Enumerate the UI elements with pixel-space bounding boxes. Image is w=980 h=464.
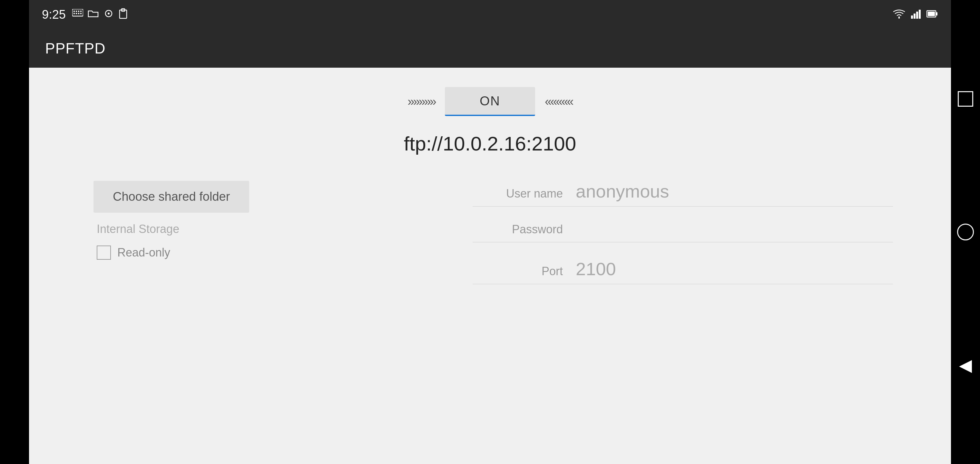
svg-rect-19 xyxy=(928,11,935,16)
signal-icon xyxy=(911,9,921,20)
arrows-left: »»»»» xyxy=(407,95,435,109)
port-label: Port xyxy=(473,265,563,280)
readonly-row: Read-only xyxy=(97,246,170,260)
square-icon xyxy=(958,91,973,106)
svg-rect-7 xyxy=(78,13,79,14)
media-icon xyxy=(103,9,114,20)
choose-shared-folder-button[interactable]: Choose shared folder xyxy=(94,181,249,213)
wifi-icon xyxy=(893,9,905,20)
left-column: Choose shared folder Internal Storage Re… xyxy=(55,181,447,300)
svg-rect-20 xyxy=(936,12,937,16)
right-column: User name anonymous Password Port 2100 xyxy=(473,181,925,300)
svg-rect-0 xyxy=(72,9,83,16)
readonly-checkbox[interactable] xyxy=(97,246,111,260)
battery-icon xyxy=(926,10,938,20)
clipboard-icon xyxy=(119,8,128,21)
folder-icon xyxy=(88,9,99,20)
app-bar: PPFTPD xyxy=(29,29,951,68)
ftp-url: ftp://10.0.2.16:2100 xyxy=(404,132,576,155)
svg-rect-15 xyxy=(913,14,916,19)
app-title: PPFTPD xyxy=(45,40,105,57)
left-black-bar xyxy=(0,0,29,464)
columns: Choose shared folder Internal Storage Re… xyxy=(55,181,925,300)
password-row: Password xyxy=(473,222,893,242)
port-value[interactable]: 2100 xyxy=(576,258,893,280)
svg-point-13 xyxy=(899,17,900,19)
arrows-right: ««««« xyxy=(545,95,573,109)
internal-storage-label: Internal Storage xyxy=(97,222,179,236)
back-button[interactable]: ◀ xyxy=(954,354,977,377)
svg-rect-14 xyxy=(911,16,913,19)
svg-point-10 xyxy=(108,13,110,14)
recent-apps-button[interactable] xyxy=(954,87,977,110)
svg-rect-8 xyxy=(80,13,81,14)
main-content: »»»»» ON ««««« ftp://10.0.2.16:2100 Choo… xyxy=(29,68,951,464)
svg-rect-17 xyxy=(919,10,921,19)
readonly-label: Read-only xyxy=(117,246,170,259)
on-off-toggle[interactable]: ON xyxy=(445,87,535,116)
status-bar: 9:25 xyxy=(29,0,951,29)
circle-icon xyxy=(957,224,974,240)
svg-rect-16 xyxy=(916,11,918,19)
username-row: User name anonymous xyxy=(473,181,893,207)
svg-rect-6 xyxy=(76,13,77,14)
svg-rect-1 xyxy=(73,11,75,12)
status-time: 9:25 xyxy=(42,8,66,22)
home-button[interactable] xyxy=(954,221,977,243)
back-arrow-icon: ◀ xyxy=(959,355,972,375)
svg-rect-2 xyxy=(76,11,77,12)
toggle-area: »»»»» ON ««««« xyxy=(407,87,572,116)
password-label: Password xyxy=(473,222,563,237)
device-screen: 9:25 xyxy=(29,0,951,464)
username-value[interactable]: anonymous xyxy=(576,181,893,202)
port-row: Port 2100 xyxy=(473,258,893,284)
right-nav-panel: ◀ xyxy=(951,0,980,464)
status-left: 9:25 xyxy=(42,8,128,22)
svg-rect-5 xyxy=(73,13,75,14)
keyboard-icon xyxy=(72,9,83,20)
status-right xyxy=(893,9,938,20)
status-icons xyxy=(72,8,128,21)
svg-rect-3 xyxy=(78,11,79,12)
username-label: User name xyxy=(473,187,563,202)
svg-rect-4 xyxy=(80,11,81,12)
